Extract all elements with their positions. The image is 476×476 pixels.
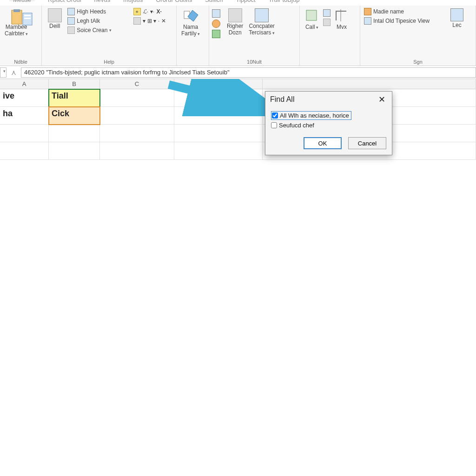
clipboard-icon	[9, 8, 24, 23]
view-icon	[364, 17, 371, 25]
svg-rect-7	[306, 10, 317, 20]
group-label: 10Nult	[212, 59, 297, 66]
name-box[interactable]	[0, 67, 7, 78]
close-button[interactable]: ✕	[377, 94, 387, 105]
tab[interactable]: Suiiicn	[205, 0, 223, 1]
doc-icon	[450, 8, 463, 21]
pie-icon[interactable]	[212, 20, 220, 28]
tab[interactable]: Truir toBjup	[269, 0, 300, 1]
svg-rect-0	[12, 10, 22, 24]
shape2-icon[interactable]	[323, 19, 331, 26]
deill-button[interactable]: Deill	[45, 7, 65, 31]
grid-icon	[48, 8, 62, 22]
svg-rect-1	[13, 9, 20, 12]
plus-icon: +	[133, 8, 141, 15]
chart-icon[interactable]	[212, 9, 220, 18]
cell-e1[interactable]	[174, 89, 263, 107]
tab[interactable]: Tippoct	[236, 0, 256, 1]
dialog-title: Find All	[270, 95, 294, 104]
cell-a1[interactable]: ive	[0, 89, 49, 107]
window-icon	[364, 8, 371, 15]
find-all-dialog: Find All ✕ All Wlh as neciase, horice Se…	[265, 91, 392, 155]
group-label	[303, 65, 357, 66]
cell-b2[interactable]: Cick	[49, 107, 100, 125]
spreadsheet-grid[interactable]: ive Tiall ha Cick	[0, 89, 476, 160]
madie-name-button[interactable]: Madie name	[363, 7, 447, 16]
shape1-icon[interactable]	[323, 9, 331, 17]
tab[interactable]: Rpisct Groul	[48, 0, 81, 1]
soice-crean-button[interactable]: Soice Crean	[66, 26, 130, 34]
ribbon: Mambee Calrbter Ndble Deill High Heeds L…	[0, 6, 476, 66]
intal-view-button[interactable]: Intal Old Tipesice View	[363, 17, 447, 25]
window-icon	[255, 8, 269, 22]
legh-talk-button[interactable]: Legh tAlk	[66, 17, 130, 25]
formula-bar: ⋏	[0, 66, 476, 79]
col-c-header[interactable]: C	[100, 79, 174, 89]
option-all-checkbox[interactable]: All Wlh as neciase, horice	[271, 111, 351, 120]
mini-tools-row1[interactable]: + ℒ·▾·X·	[132, 7, 173, 16]
group-label: Sgn	[363, 59, 473, 66]
concpater-button[interactable]: Concpater Tercisars	[247, 7, 277, 37]
col-b-header[interactable]: B	[49, 79, 100, 89]
call-button[interactable]: Call	[303, 7, 321, 32]
col-e-header[interactable]: E	[174, 79, 263, 89]
sheet-icon	[133, 17, 141, 25]
fx-icon[interactable]: ⋏	[11, 68, 16, 77]
group-label	[179, 65, 206, 66]
ribbon-tabs: Meuse Rpisct Groul nevus mujuus Grorur G…	[0, 0, 476, 6]
svg-rect-4	[24, 18, 31, 19]
tab[interactable]: Grorur Gutvis	[156, 0, 192, 1]
tab-active[interactable]: Meuse	[9, 0, 35, 1]
layers-icon	[67, 26, 75, 34]
doc-icon	[67, 8, 75, 15]
column-headers: A B C E	[0, 79, 476, 89]
cell-a2[interactable]: ha	[0, 107, 49, 125]
tab[interactable]: mujuus	[123, 0, 143, 1]
formula-input[interactable]	[21, 67, 476, 78]
mvx-button[interactable]: Mvx	[332, 7, 351, 32]
paste-label: Mambee Calrbter	[5, 24, 28, 37]
checkbox[interactable]	[272, 112, 278, 119]
mini-tools-row2[interactable]: ▾ ⊞ ▾· ✕	[132, 17, 173, 25]
col-a-header[interactable]: A	[0, 79, 49, 89]
arrow-icon[interactable]	[212, 30, 220, 38]
phone-icon	[304, 8, 319, 23]
doc-icon	[67, 17, 75, 25]
cancel-button[interactable]: Cancel	[348, 137, 386, 149]
svg-rect-3	[24, 15, 31, 16]
ok-button[interactable]: OK	[304, 137, 342, 149]
lec-button[interactable]: Lec	[449, 7, 465, 30]
option-seufucd-checkbox[interactable]: Seufucd chef	[271, 122, 386, 129]
checkbox[interactable]	[271, 122, 277, 128]
deill-label: Deill	[49, 23, 60, 30]
cell-b1[interactable]: Tiall	[49, 89, 100, 107]
tag-icon	[183, 8, 198, 23]
paste-button[interactable]: Mambee Calrbter	[3, 7, 30, 38]
cell-c1[interactable]	[100, 89, 174, 107]
cell-e2[interactable]	[174, 107, 263, 125]
table-icon	[228, 8, 242, 22]
righer-dozn-button[interactable]: Righer Dozn	[225, 7, 245, 37]
ruler-icon	[334, 8, 349, 23]
high-heeds-button[interactable]: High Heeds	[66, 7, 130, 16]
group-label: Help	[45, 59, 173, 66]
cell-c2[interactable]	[100, 107, 174, 125]
group-label: Ndble	[3, 59, 39, 66]
tab[interactable]: nevus	[94, 0, 111, 1]
name-manager-button[interactable]: Nama Fartily	[179, 7, 202, 38]
